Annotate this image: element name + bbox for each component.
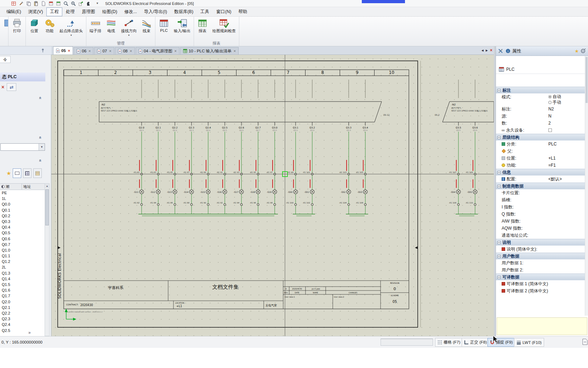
red-grid-icon[interactable]	[11, 1, 17, 6]
property-group-header[interactable]: 用户数据	[496, 253, 585, 259]
property-row-parent[interactable]: 父:	[496, 148, 585, 155]
plc-address-item[interactable]: Q0.0	[0, 201, 45, 207]
radio-icon[interactable]	[548, 101, 552, 104]
sheet-red-icon[interactable]	[48, 1, 54, 6]
zoom-window-icon[interactable]	[70, 1, 76, 6]
property-group-header[interactable]: 层级结构	[496, 134, 585, 140]
scrollbar-thumb[interactable]	[45, 189, 49, 225]
menu-schematic[interactable]: 原理图	[78, 7, 99, 16]
favorites-star-icon[interactable]: ★	[575, 48, 579, 54]
terminal[interactable]	[274, 203, 276, 206]
terminal[interactable]	[257, 203, 259, 206]
plc-address-item[interactable]: 2L	[0, 264, 45, 270]
collapse-chevron-icon[interactable]: »	[37, 94, 42, 99]
property-row-mark[interactable]: 标注: N2	[496, 105, 585, 113]
ortho-toggle-button[interactable]: 正交 (F8)	[462, 338, 489, 347]
window-menu-icon[interactable]: ▼	[96, 2, 99, 5]
property-group-header[interactable]: 标注	[496, 87, 585, 93]
collapse-icon[interactable]	[497, 171, 501, 174]
close-icon[interactable]: ×	[174, 49, 176, 53]
property-value[interactable]: N	[548, 114, 584, 119]
plc-box-outline[interactable]	[99, 102, 382, 122]
doc-tab-10-plc-io-list[interactable]: 10 - PLC 输入/输出清单 ×	[180, 47, 239, 54]
collapse-icon[interactable]	[497, 89, 501, 92]
plc-address-item[interactable]: Q0.1	[0, 207, 45, 213]
property-group-header[interactable]: 信息	[496, 169, 585, 176]
plc-address-item[interactable]: Q2.0	[0, 299, 45, 305]
close-icon[interactable]: ×	[1, 84, 4, 90]
plc-address-item[interactable]: Q1.6	[0, 287, 45, 293]
report-button[interactable]: 报表	[195, 17, 210, 34]
knight-icon[interactable]	[85, 1, 91, 6]
more-chevron-icon[interactable]: »	[28, 330, 31, 335]
collapse-icon[interactable]	[497, 255, 501, 258]
terminal[interactable]	[224, 203, 226, 206]
property-row-q-index[interactable]: Q 指数:	[496, 211, 585, 218]
plc-address-item[interactable]: Q1.7	[0, 293, 45, 299]
plc-address-item[interactable]: Q0.5	[0, 230, 45, 236]
drawing-rule-check-button[interactable]: 绘图规则检查	[210, 17, 238, 34]
collapse-icon[interactable]	[497, 136, 501, 139]
close-icon[interactable]: ×	[89, 49, 91, 53]
clipped-ribbon-button[interactable]	[0, 17, 8, 28]
plc-address-item[interactable]: Q0.6	[0, 236, 45, 242]
filter-combobox[interactable]: ▾	[0, 143, 45, 151]
terminal[interactable]	[174, 203, 176, 206]
property-row-slot[interactable]: 插槽:	[496, 196, 585, 203]
menu-import-export[interactable]: 导入/导出(I)	[141, 7, 171, 16]
menu-window[interactable]: 窗口(N)	[213, 7, 235, 16]
property-row-permanent-device[interactable]: ∞永久设备:	[496, 127, 585, 134]
terminal[interactable]	[364, 203, 366, 206]
menu-project[interactable]: 工程	[46, 7, 62, 16]
chevron-down-icon[interactable]: ▾	[128, 34, 130, 36]
close-icon[interactable]: ×	[68, 48, 70, 53]
plc-address-item[interactable]: Q0.7	[0, 242, 45, 247]
menu-view[interactable]: 浏览(V)	[25, 7, 47, 16]
property-row-user-data-2[interactable]: 用户数据 2:	[496, 266, 585, 274]
close-icon[interactable]: ×	[109, 49, 111, 53]
property-row-translatable-2[interactable]: 可译数据 2 (简体中文):	[496, 287, 585, 294]
property-row-count[interactable]: 数: 2	[496, 120, 585, 127]
gear-pin-icon[interactable]	[581, 48, 586, 53]
plc-box-outline[interactable]	[443, 102, 494, 122]
column-header-address[interactable]: 地址	[22, 183, 45, 190]
collapse-icon[interactable]	[497, 185, 501, 188]
collapse-chevron-icon[interactable]: »	[37, 156, 42, 162]
radio-icon[interactable]	[548, 95, 552, 98]
property-row-location[interactable]: 位置: +L1	[496, 155, 585, 162]
plc-address-item[interactable]: Q2.2	[0, 310, 45, 316]
doc-tab-07[interactable]: 07 ×	[94, 47, 114, 54]
plc-address-item[interactable]: Q2.3	[0, 316, 45, 322]
axe-icon[interactable]	[18, 1, 24, 6]
radio-option-auto[interactable]: 自动	[548, 94, 561, 99]
plc-address-item[interactable]: Q2.1	[0, 305, 45, 310]
close-icon[interactable]: ×	[490, 48, 492, 53]
property-row-card-position[interactable]: 卡片位置:	[496, 189, 585, 196]
menu-modify[interactable]: 修改...	[121, 7, 140, 16]
plc-address-item[interactable]: 1L	[0, 196, 45, 201]
origin-destination-arrows-button[interactable]: 起点终点箭头 ▾	[57, 17, 85, 37]
plc-address-item[interactable]: Q1.2	[0, 259, 45, 264]
property-value[interactable]: 2	[548, 121, 584, 126]
terminal[interactable]	[348, 203, 350, 206]
properties-scrollbar[interactable]	[585, 56, 588, 316]
list-view-button[interactable]	[33, 168, 42, 178]
clipped-status-icon[interactable]	[582, 339, 588, 346]
paste-icon[interactable]	[33, 1, 39, 6]
doc-tab-04-schematic[interactable]: 04 - 电气原理图 ×	[136, 47, 179, 54]
pin-icon[interactable]	[41, 48, 45, 54]
property-row-channel-address-formula[interactable]: 通道地址公式:	[496, 232, 585, 239]
doc-tab-08[interactable]: 08 ×	[115, 47, 135, 54]
schematic-drawing[interactable]: -N2 西门子电气 6ES7 223-1PM22-0XA8 32输入/32输出 …	[51, 55, 494, 336]
plc-address-item[interactable]: Q1.1	[0, 253, 45, 259]
terminal[interactable]	[474, 203, 476, 206]
property-row-configuration[interactable]: 配置: <默认>	[496, 176, 585, 183]
terminal[interactable]	[240, 203, 242, 206]
export-arrow-icon[interactable]	[78, 1, 84, 6]
terminal[interactable]	[311, 203, 313, 206]
terminal[interactable]	[207, 203, 209, 206]
column-header-circuit[interactable]: 潮	[0, 183, 22, 190]
grid-view-button[interactable]	[23, 168, 32, 178]
collapse-icon[interactable]	[497, 241, 501, 244]
dock-tab-command[interactable]: 令	[0, 56, 11, 63]
